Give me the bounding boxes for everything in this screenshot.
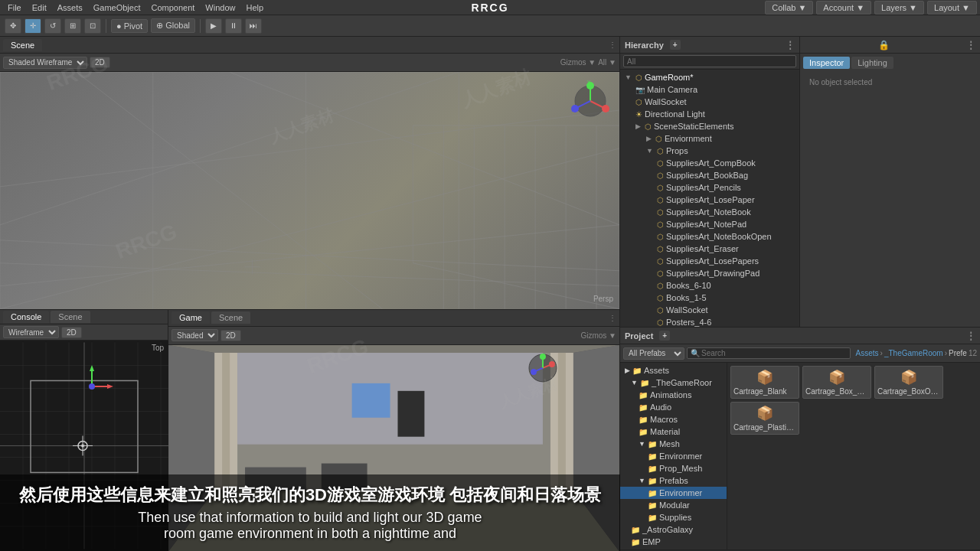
project-breadcrumb: Assets › _TheGameRoom › Prefe 12 (856, 349, 977, 357)
tool-scale[interactable]: ⊞ (64, 18, 81, 34)
menu-help[interactable]: Help (241, 2, 268, 14)
tree-item-notepad[interactable]: ⬡ SuppliesArt_NotePad (620, 218, 799, 230)
proj-material[interactable]: 📁 Material (620, 425, 727, 438)
menu-window[interactable]: Window (201, 2, 240, 14)
game-options-btn[interactable]: ⋮ (609, 314, 616, 322)
inspector-tab[interactable]: Inspector (803, 57, 850, 69)
shaded-select[interactable]: Shaded (172, 329, 218, 341)
scene-viewport-top[interactable]: Y X Z Persp (0, 72, 619, 309)
account-btn[interactable]: Account ▼ (816, 1, 871, 15)
tool-move[interactable]: ✛ (24, 18, 41, 34)
pause-btn[interactable]: ⏸ (225, 18, 242, 34)
tab-console[interactable]: Console (3, 311, 49, 323)
tree-item-posters[interactable]: ⬡ Posters_4-6 (620, 316, 799, 327)
tree-item-gameroom[interactable]: ▼ ⬡ GameRoom* (620, 71, 799, 83)
project-search[interactable] (701, 349, 847, 357)
tab-game[interactable]: Game (172, 311, 210, 324)
proj-animations[interactable]: 📁 Animations (620, 389, 727, 401)
all-btn[interactable]: All ▼ (598, 58, 616, 67)
scene-toolbar-top: Shaded Wireframe 2D Gizmos ▼ All ▼ (0, 54, 619, 72)
tree-item-books610[interactable]: ⬡ Books_6-10 (620, 279, 799, 292)
asset-cartrage-plastic[interactable]: 📦 Cartrage_PlasticCase_Blank (730, 402, 799, 435)
tool-rotate[interactable]: ↺ (44, 18, 61, 34)
gizmos-btn[interactable]: Gizmos ▼ (560, 58, 596, 67)
tab-scene-game[interactable]: Scene (211, 311, 250, 324)
tree-item-eraser[interactable]: ⬡ SuppliesArt_Eraser (620, 243, 799, 255)
proj-prefabs[interactable]: ▼ 📁 Prefabs (620, 474, 727, 487)
proj-thegameroom[interactable]: ▼ 📁 _TheGameRoor (620, 377, 727, 389)
layers-btn[interactable]: Layers ▼ (874, 1, 924, 15)
tree-item-losepapers[interactable]: ⬡ SuppliesArt_LosePapers (620, 255, 799, 267)
2d-btn-game[interactable]: 2D (220, 330, 241, 341)
proj-supplies[interactable]: 📁 Supplies (620, 511, 727, 523)
proj-mesh[interactable]: ▼ 📁 Mesh (620, 438, 727, 450)
menu-edit[interactable]: Edit (28, 2, 51, 14)
tree-item-books15[interactable]: ⬡ Books_1-5 (620, 292, 799, 304)
tree-item-pencils[interactable]: ⬡ SuppliesArt_Pencils (620, 181, 799, 194)
proj-macros[interactable]: 📁 Macros (620, 413, 727, 425)
tree-item-notebookopen[interactable]: ⬡ SuppliesArt_NoteBookOpen (620, 230, 799, 243)
play-btn[interactable]: ▶ (205, 18, 222, 34)
tree-item-wallsocket1[interactable]: ⬡ WallSocket (620, 96, 799, 108)
tool-rect[interactable]: ⊡ (84, 18, 101, 34)
tree-item-drawingpad[interactable]: ⬡ SuppliesArt_DrawingPad (620, 267, 799, 279)
2d-btn[interactable]: 2D (90, 57, 110, 68)
svg-point-54 (81, 445, 84, 448)
menu-file[interactable]: File (3, 2, 26, 14)
tab-scene-top[interactable]: Scene (3, 39, 42, 51)
sep1 (106, 19, 106, 33)
tree-item-scenestaticelem[interactable]: ▶ ⬡ SceneStaticElements (620, 120, 799, 132)
menu-component[interactable]: Component (146, 2, 199, 14)
proj-envir-pref[interactable]: 📁 Environmer (620, 487, 727, 499)
tree-item-props[interactable]: ▼ ⬡ Props (620, 145, 799, 157)
inspector-lock-btn[interactable]: 🔒 (878, 40, 890, 51)
hierarchy-search[interactable] (623, 55, 796, 67)
proj-audio[interactable]: 📁 Audio (620, 401, 727, 413)
all-prefabs-select[interactable]: All Prefabs (623, 347, 684, 360)
scene-options-btn[interactable]: ⋮ (609, 41, 616, 49)
asset-cartrage-boxopen[interactable]: 📦 Cartrage_BoxOpen_Blank (874, 366, 943, 399)
breadcrumb-assets[interactable]: Assets (856, 349, 879, 357)
global-label[interactable]: ⊕ Global (151, 18, 195, 33)
gizmos-btn-game[interactable]: Gizmos ▼ (580, 331, 616, 340)
hierarchy-tree: ▼ ⬡ GameRoom* 📷 Main Camera ⬡ WallSocket… (620, 70, 799, 327)
collab-btn[interactable]: Collab ▼ (765, 1, 813, 15)
tree-item-wallsocket2[interactable]: ⬡ WallSocket (620, 304, 799, 316)
2d-btn-bottom[interactable]: 2D (61, 327, 82, 338)
wireframe-select[interactable]: Wireframe (3, 326, 59, 338)
tree-item-compbook[interactable]: ⬡ SuppliesArt_CompBook (620, 157, 799, 169)
step-btn[interactable]: ⏭ (245, 18, 262, 34)
project-header: Project + ⋮ (620, 328, 980, 344)
tab-scene-bottom[interactable]: Scene (51, 311, 90, 323)
menu-gameobject[interactable]: GameObject (89, 2, 145, 14)
project-options-btn[interactable]: ⋮ (966, 331, 975, 341)
proj-modular[interactable]: 📁 Modular (620, 499, 727, 511)
tree-item-bookbag[interactable]: ⬡ SuppliesArt_BookBag (620, 169, 799, 181)
proj-envir-mesh[interactable]: 📁 Environmer (620, 450, 727, 462)
asset-cartrage-blank[interactable]: 📦 Cartrage_Blank (730, 366, 799, 399)
asset-cartrage-box[interactable]: 📦 Cartrage_Box_Blank (802, 366, 871, 399)
tree-item-notebook[interactable]: ⬡ SuppliesArt_NoteBook (620, 206, 799, 218)
view-mode-select[interactable]: Shaded Wireframe (3, 57, 87, 69)
tree-item-maincamera[interactable]: 📷 Main Camera (620, 83, 799, 96)
subtitle-cn: 然后使用这些信息来建立和照亮我们的3D游戏室游戏环境 包括夜间和日落场景 (15, 484, 605, 507)
lighting-tab[interactable]: Lighting (851, 57, 893, 69)
layout-btn[interactable]: Layout ▼ (927, 1, 977, 15)
tree-item-dirlight[interactable]: ☀ Directional Light (620, 108, 799, 120)
inspector-header: 🔒 ⋮ (800, 37, 980, 54)
proj-prop-mesh[interactable]: 📁 Prop_Mesh (620, 462, 727, 474)
tool-hand[interactable]: ✥ (5, 18, 21, 34)
pivot-label[interactable]: ● Pivot (111, 19, 148, 33)
proj-assets[interactable]: ▶ 📁 Assets (620, 364, 727, 377)
proj-emp[interactable]: 📁 EMP (620, 536, 727, 548)
hierarchy-options-btn[interactable]: ⋮ (786, 40, 795, 51)
project-add-btn[interactable]: + (659, 331, 670, 341)
proj-astrogalaxy[interactable]: 📁 _AstroGalaxy (620, 523, 727, 536)
hierarchy-add-btn[interactable]: + (670, 40, 681, 50)
inspector-options-btn[interactable]: ⋮ (966, 40, 975, 51)
breadcrumb-gameroom[interactable]: _TheGameRoom (884, 349, 943, 357)
svg-line-22 (0, 240, 619, 271)
tree-item-env[interactable]: ▶ ⬡ Enviornment (620, 132, 799, 145)
tree-item-losepaper[interactable]: ⬡ SuppliesArt_LosePaper (620, 194, 799, 206)
menu-assets[interactable]: Assets (53, 2, 87, 14)
